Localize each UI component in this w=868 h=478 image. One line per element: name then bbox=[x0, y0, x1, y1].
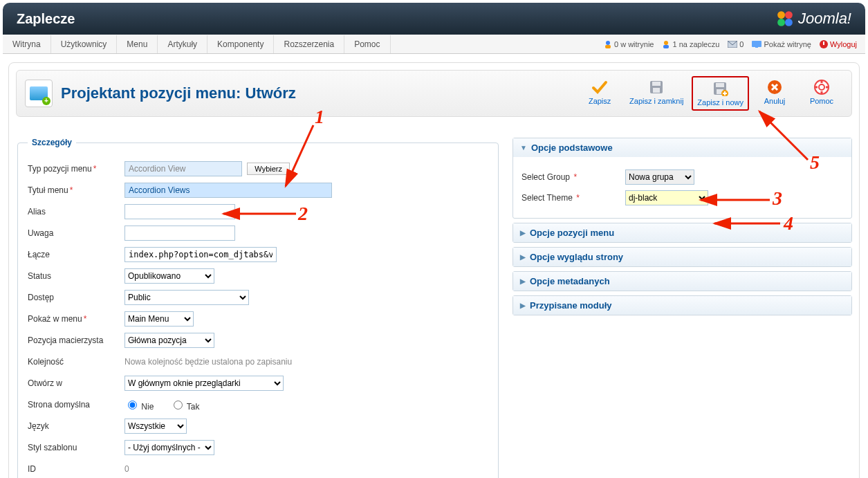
page-icon: + bbox=[25, 80, 53, 107]
menu-help[interactable]: Pomoc bbox=[344, 35, 390, 53]
svg-point-3 bbox=[785, 19, 793, 26]
main-container: 1 2 3 4 5 + Projektant pozycji menu: Utw… bbox=[8, 62, 860, 478]
svg-point-0 bbox=[777, 11, 785, 19]
svg-rect-12 bbox=[823, 42, 824, 45]
menu-extensions[interactable]: Rozszerzenia bbox=[274, 35, 344, 53]
plus-badge-icon: + bbox=[42, 97, 50, 105]
joomla-icon bbox=[776, 10, 794, 28]
svg-point-1 bbox=[785, 11, 793, 19]
view-site-link[interactable]: Pokaż witrynę bbox=[752, 40, 811, 48]
status-messages: 0 bbox=[728, 40, 744, 48]
status-visitors: 0 w witrynie bbox=[604, 40, 654, 48]
user-icon bbox=[604, 40, 612, 48]
logout-link[interactable]: Wyloguj bbox=[820, 40, 857, 48]
svg-rect-10 bbox=[755, 47, 758, 48]
menu-components[interactable]: Komponenty bbox=[207, 35, 274, 53]
app-title: Zaplecze bbox=[17, 11, 75, 27]
svg-point-4 bbox=[606, 41, 610, 45]
svg-line-13 bbox=[286, 125, 313, 186]
monitor-icon bbox=[752, 41, 761, 48]
svg-rect-9 bbox=[752, 41, 761, 47]
svg-rect-7 bbox=[663, 45, 669, 48]
svg-rect-5 bbox=[605, 45, 611, 48]
joomla-logo: Joomla! bbox=[776, 10, 851, 28]
menu-users[interactable]: Użytkownicy bbox=[51, 35, 118, 53]
menu-menus[interactable]: Menu bbox=[117, 35, 158, 53]
menu-site[interactable]: Witryna bbox=[3, 35, 51, 53]
mail-icon bbox=[728, 41, 737, 48]
svg-point-6 bbox=[664, 41, 668, 45]
annotation-arrows bbox=[9, 63, 859, 478]
svg-line-17 bbox=[759, 111, 808, 160]
top-bar: Zaplecze Joomla! bbox=[3, 3, 865, 35]
status-admins: 1 na zapleczu bbox=[662, 40, 719, 48]
main-menu: Witryna Użytkownicy Menu Artykuły Kompon… bbox=[3, 35, 865, 54]
admin-icon bbox=[662, 40, 670, 48]
logout-icon bbox=[820, 40, 828, 48]
svg-point-2 bbox=[777, 19, 785, 26]
menu-articles[interactable]: Artykuły bbox=[158, 35, 207, 53]
